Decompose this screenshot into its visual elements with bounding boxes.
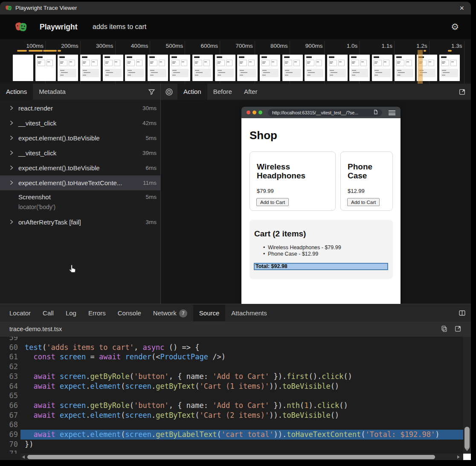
timeline-thumbnail[interactable] [215,55,235,81]
timeline-label: 100ms [7,43,44,50]
target-icon[interactable] [161,84,177,100]
traffic-red-dot [247,111,250,114]
timeline-selection-band[interactable] [418,50,423,84]
action-label: expect.element().toBeVisible [18,160,100,175]
url-bar: http://localhost:63315/__vitest_test__/?… [268,109,382,116]
timeline-thumbnail[interactable] [125,55,145,81]
vertical-scrollbar-thumb[interactable] [464,427,470,449]
code-line: 62 [0,362,463,372]
scroll-left-arrow[interactable] [22,455,25,459]
open-source-external-icon[interactable] [454,325,461,332]
chevron-right-icon[interactable] [9,179,15,186]
tab-network[interactable]: Network7 [147,305,193,321]
tab-attachments[interactable]: Attachments [225,305,273,321]
settings-gear-icon[interactable]: ⚙ [451,15,459,39]
tab-source[interactable]: Source [193,305,226,321]
action-row[interactable]: expect.element().toBeVisible5ms [0,131,161,146]
timeline-thumbnail[interactable] [237,55,258,81]
action-duration: 5ms [145,131,157,146]
timeline[interactable]: 100ms200ms300ms400ms500ms600ms700ms800ms… [0,39,471,84]
copy-url-icon[interactable] [373,109,378,115]
timeline-label: 800ms [251,43,288,50]
tab-locator[interactable]: Locator [3,305,37,321]
tab-log[interactable]: Log [60,305,82,321]
chevron-right-icon[interactable] [9,134,15,141]
timeline-thumbnail[interactable] [282,55,303,81]
code-line-highlighted: 69 await expect.element(screen.getByLabe… [0,430,463,440]
tab-actions[interactable]: Actions [0,84,33,100]
scroll-down-arrow[interactable] [465,449,469,451]
timeline-thumbnail[interactable] [439,55,460,81]
open-snapshot-external-icon[interactable] [459,84,466,100]
timeline-thumbnail[interactable] [395,55,415,81]
code-line: 71 [0,449,463,454]
code-line: 64 await expect.element(screen.getByText… [0,382,463,391]
chevron-right-icon[interactable] [9,105,15,111]
snapshot-page: Shop Wireless Headphones$79.99Add to Car… [241,118,401,304]
tab-snapshot-action[interactable]: Action [177,84,207,100]
title-bar: Playwright Trace Viewer × [0,2,471,15]
timeline-label: 300ms [77,43,113,50]
timeline-thumbnail[interactable] [80,55,101,81]
timeline-thumbnail[interactable] [148,55,168,81]
line-number: 59 [0,337,20,343]
timeline-label: 1.0s [321,43,357,50]
add-to-cart-button[interactable]: Add to Cart [256,198,289,206]
horizontal-scrollbar[interactable] [20,454,463,460]
tab-snapshot-before[interactable]: Before [207,84,238,100]
action-row[interactable]: __vitest_click42ms [0,116,161,131]
line-number: 62 [0,362,20,372]
app-name: Playwright [40,15,78,39]
scroll-right-arrow[interactable] [457,455,460,459]
close-icon[interactable]: × [459,2,464,15]
timeline-label: 400ms [111,43,148,50]
line-number: 65 [0,391,20,401]
code-line: 66 await screen.getByRole('button', { na… [0,401,463,411]
code-line: 68 [0,420,463,430]
timeline-thumbnail[interactable] [170,55,190,81]
add-to-cart-button[interactable]: Add to Cart [347,198,380,206]
scrollbar-corner [463,454,471,460]
main-panels: ActionsMetadata react.render30ms__vitest… [0,84,471,304]
action-row[interactable]: expect.element().toBeVisible6ms [0,160,161,175]
code-text: await screen.getByRole('button', { name:… [25,401,348,411]
action-row[interactable]: onAfterRetryTask [fail]3ms [0,215,161,230]
chevron-right-icon[interactable] [9,119,15,126]
action-duration: 30ms [142,101,157,116]
filter-icon[interactable] [148,84,155,100]
copy-source-icon[interactable] [441,325,448,332]
timeline-action-bar [29,50,43,52]
split-view-icon[interactable] [459,305,466,321]
tab-errors[interactable]: Errors [82,305,112,321]
tab-call[interactable]: Call [37,305,60,321]
timeline-thumbnail[interactable] [192,55,213,81]
action-row[interactable]: Screenshotlocator('body')5ms [0,190,161,215]
timeline-thumbnail[interactable] [305,55,325,81]
trace-viewer-window: Playwright Trace Viewer × Playwright add… [0,2,471,460]
timeline-thumbnail[interactable] [35,55,56,81]
action-row[interactable]: __vitest_click39ms [0,146,161,160]
chevron-right-icon[interactable] [9,218,15,225]
timeline-thumbnail[interactable] [260,55,280,81]
timeline-thumbnail[interactable] [327,55,348,81]
timeline-thumbnail[interactable] [349,55,370,81]
chevron-right-icon[interactable] [9,149,15,156]
tab-metadata[interactable]: Metadata [33,84,72,100]
chevron-right-icon[interactable] [9,164,15,171]
vertical-scrollbar[interactable] [463,337,471,454]
action-row[interactable]: expect.element().toHaveTextConte...11ms [0,175,161,190]
snapshot-panel: ActionBeforeAfter http://localhost:63315… [161,84,471,304]
tab-console[interactable]: Console [112,305,147,321]
horizontal-scrollbar-thumb[interactable] [27,455,435,459]
action-duration: 39ms [142,146,157,160]
timeline-thumbnail[interactable] [372,55,392,81]
timeline-thumbnail[interactable] [58,55,78,81]
timeline-thumbnail[interactable] [103,55,123,81]
tab-snapshot-after[interactable]: After [238,84,264,100]
actions-panel: ActionsMetadata react.render30ms__vitest… [0,84,161,304]
action-duration: 3ms [145,215,157,230]
timeline-label: 600ms [181,43,218,50]
timeline-thumbnail[interactable] [13,55,33,81]
product-price: $79.99 [257,188,274,194]
action-row[interactable]: react.render30ms [0,101,161,116]
